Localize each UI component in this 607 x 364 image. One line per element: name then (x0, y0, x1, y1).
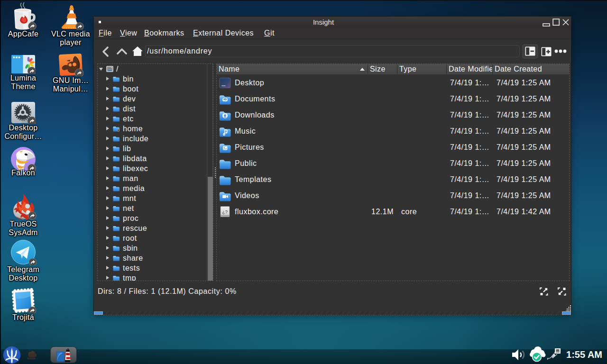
svg-text:¿?: ¿? (222, 209, 228, 214)
